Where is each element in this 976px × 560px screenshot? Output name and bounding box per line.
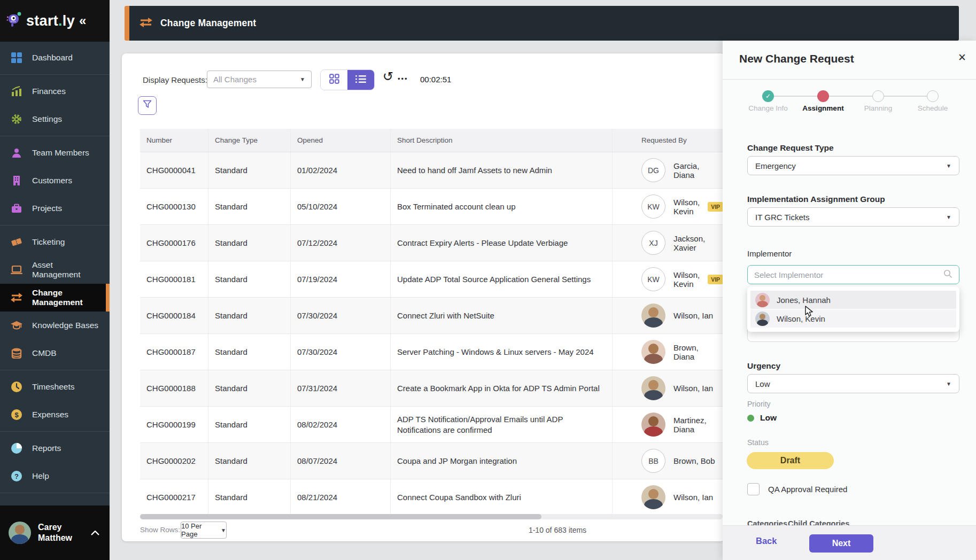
- priority-value-row: Low: [747, 413, 777, 423]
- change-request-type-select[interactable]: Emergency ▼: [747, 156, 959, 175]
- table-row[interactable]: CHG0000176 Standard 07/12/2024 Contract …: [140, 225, 723, 261]
- sidebar-item-asset-management[interactable]: Asset Management: [0, 256, 110, 284]
- sidebar-item-label: Change Management: [32, 288, 99, 307]
- table-row[interactable]: CHG0000187 Standard 07/30/2024 Server Pa…: [140, 334, 723, 370]
- filter-button[interactable]: [138, 96, 157, 115]
- horizontal-scrollbar-track[interactable]: [140, 514, 723, 519]
- brand-logo[interactable]: start.ly «: [0, 0, 110, 42]
- avatar-initials: BB: [648, 457, 659, 465]
- cell-requested-by: BB Brown, Bob: [613, 443, 723, 479]
- step-assignment-label: Assignment: [794, 104, 853, 112]
- next-button[interactable]: Next: [809, 534, 873, 553]
- sidebar-item-expenses[interactable]: $ Expenses: [0, 401, 110, 429]
- requester-name: Brown, Bob: [673, 456, 715, 465]
- sidebar-item-timesheets[interactable]: Timesheets: [0, 373, 110, 401]
- assignment-group-select[interactable]: IT GRC Tickets ▼: [747, 207, 959, 227]
- cell-requested-by: DG Garcia, Diana: [613, 152, 723, 188]
- briefcase-icon: [10, 203, 23, 214]
- laptop-icon: [10, 265, 23, 275]
- finances-icon: [10, 86, 23, 97]
- urgency-label: Urgency: [747, 361, 780, 371]
- cell-change-type: Standard: [208, 298, 291, 333]
- cell-short-description: Connect Coupa Sandbox with Zluri: [391, 479, 613, 515]
- sidebar-menu: Dashboard Finances Settings Team Members…: [0, 42, 110, 505]
- svg-text:$: $: [14, 411, 19, 419]
- sidebar-item-ticketing[interactable]: Ticketing: [0, 228, 110, 256]
- table-row[interactable]: CHG0000041 Standard 01/02/2024 Need to h…: [140, 152, 723, 189]
- sidebar-item-knowledge-bases[interactable]: Knowledge Bases: [0, 312, 110, 339]
- requester-name: Wilson, Kevin: [673, 198, 700, 216]
- search-icon: [943, 269, 952, 281]
- step-change-info-node[interactable]: ✓: [762, 90, 774, 102]
- sidebar-divider: [0, 136, 110, 136]
- grid-view-button[interactable]: [321, 70, 347, 90]
- sidebar-item-finances[interactable]: Finances: [0, 77, 110, 105]
- database-icon: [10, 348, 23, 359]
- cell-number: CHG0000199: [140, 407, 208, 442]
- cell-opened: 07/12/2024: [291, 225, 391, 261]
- sidebar-item-reports[interactable]: Reports: [0, 434, 110, 462]
- col-header-change-type[interactable]: Change Type: [208, 129, 291, 152]
- refresh-icon[interactable]: ↺: [383, 69, 393, 84]
- col-header-opened[interactable]: Opened: [291, 129, 391, 152]
- table-row[interactable]: CHG0000202 Standard 08/07/2024 Coupa and…: [140, 443, 723, 479]
- sidebar-item-label: Finances: [32, 87, 66, 96]
- table-row[interactable]: CHG0000184 Standard 07/30/2024 Connect Z…: [140, 298, 723, 334]
- cell-short-description: Create a Bookmark App in Okta for ADP TS…: [391, 370, 613, 406]
- swap-arrows-icon: [10, 293, 23, 302]
- cell-requested-by: Wilson, Ian: [613, 479, 723, 515]
- cell-short-description: Box Terminated account clean up: [391, 189, 613, 224]
- urgency-select[interactable]: Low ▼: [747, 374, 959, 393]
- chevron-down-icon: ▼: [946, 214, 951, 220]
- close-icon[interactable]: ✕: [958, 51, 966, 64]
- implementor-search-input[interactable]: Select Implementor: [747, 265, 959, 284]
- cell-change-type: Standard: [208, 189, 291, 224]
- cell-change-type: Standard: [208, 443, 291, 479]
- step-planning-node[interactable]: [872, 90, 884, 102]
- implementor-option[interactable]: Wilson, Kevin: [750, 309, 956, 328]
- table-row[interactable]: CHG0000188 Standard 07/31/2024 Create a …: [140, 370, 723, 407]
- list-view-icon: [355, 75, 366, 85]
- rows-per-page-select[interactable]: 10 Per Page ▼: [181, 522, 227, 539]
- step-schedule-node[interactable]: [927, 90, 939, 102]
- avatar-initials: XJ: [649, 239, 657, 247]
- col-header-short-description[interactable]: Short Description: [391, 129, 613, 152]
- qa-approval-checkbox[interactable]: [747, 483, 760, 495]
- avatar: [641, 485, 665, 509]
- implementor-placeholder: Select Implementor: [754, 270, 823, 279]
- horizontal-scrollbar-thumb[interactable]: [140, 514, 541, 519]
- step-assignment-node[interactable]: [817, 90, 829, 102]
- cell-requested-by: Martinez, Diana: [613, 407, 723, 442]
- more-options-icon[interactable]: •••: [398, 75, 408, 83]
- sidebar-item-change-management[interactable]: Change Management: [0, 284, 110, 312]
- implementor-label: Implementor: [747, 249, 792, 258]
- step-change-info-label: Change Info: [739, 104, 797, 112]
- table-row[interactable]: CHG0000181 Standard 07/19/2024 Update AD…: [140, 261, 723, 298]
- cell-short-description: Coupa and JP Morgan integration: [391, 443, 613, 479]
- sidebar-collapse-icon[interactable]: «: [79, 13, 86, 28]
- priority-value: Low: [760, 413, 777, 423]
- display-requests-select[interactable]: All Changes ▼: [207, 71, 312, 88]
- sidebar-item-team-members[interactable]: Team Members: [0, 139, 110, 167]
- implementor-option[interactable]: Jones, Hannah: [750, 291, 956, 309]
- table-row[interactable]: CHG0000130 Standard 05/10/2024 Box Termi…: [140, 189, 723, 225]
- sidebar-item-customers[interactable]: Customers: [0, 167, 110, 195]
- sidebar-item-projects[interactable]: Projects: [0, 195, 110, 222]
- sidebar-item-help[interactable]: ? Help: [0, 462, 110, 490]
- sidebar-item-dashboard[interactable]: Dashboard: [0, 44, 110, 72]
- col-header-requested-by[interactable]: Requested By: [613, 129, 723, 152]
- sidebar-item-cmdb[interactable]: CMDB: [0, 339, 110, 367]
- table-row[interactable]: CHG0000217 Standard 08/21/2024 Connect C…: [140, 479, 723, 516]
- user-menu[interactable]: Carey Matthew: [0, 505, 110, 560]
- col-header-number[interactable]: Number: [140, 129, 208, 152]
- back-button[interactable]: Back: [756, 536, 777, 546]
- cell-opened: 08/07/2024: [291, 443, 391, 479]
- sidebar-item-settings[interactable]: Settings: [0, 105, 110, 133]
- table-row[interactable]: CHG0000199 Standard 08/02/2024 ADP TS No…: [140, 407, 723, 443]
- chevron-down-icon: ▼: [300, 76, 305, 82]
- requester-name: Wilson, Ian: [673, 493, 713, 502]
- svg-text:?: ?: [14, 472, 19, 480]
- list-view-button[interactable]: [347, 70, 374, 90]
- stepper-line: [768, 96, 933, 97]
- clipped-label: Categories: [747, 519, 787, 525]
